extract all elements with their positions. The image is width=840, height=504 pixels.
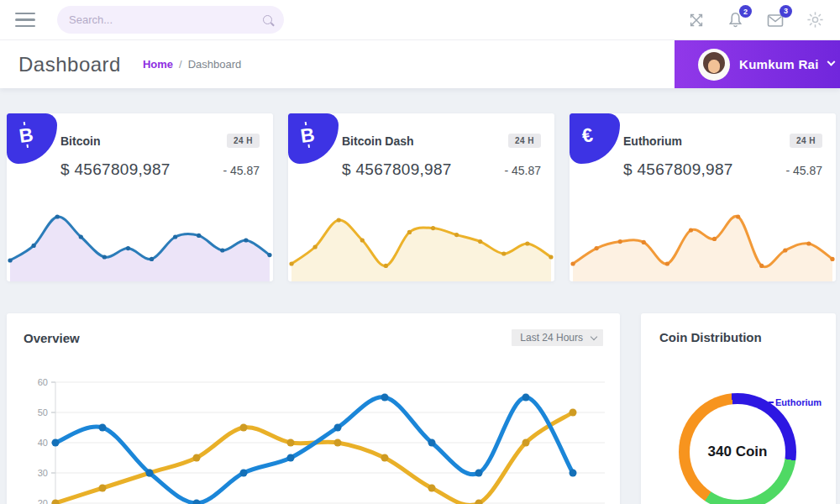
label-tick [769,402,774,403]
coin-name: Euthorium [623,134,682,148]
coin-price: $ 4567809,987 [60,160,171,179]
sparkline-chart [7,200,273,281]
topbar-actions: 2 3 [687,10,825,30]
page-header: Dashboard Home / Dashboard Kumkum Rai [0,40,840,88]
bottom-row: Overview Last 24 Hours 6050403020 Coin D… [7,313,836,504]
user-avatar [698,49,730,81]
search-icon[interactable] [263,15,272,24]
period-badge: 24 H [508,134,541,148]
hamburger-menu-icon[interactable] [15,13,35,28]
page-title: Dashboard [18,53,121,76]
coin-card-bitcoin: B Bitcoin 24 H $ 4567809,987 - 45.87 [7,113,273,281]
period-badge: 24 H [227,134,260,148]
fullscreen-expand-icon[interactable] [687,11,706,29]
svg-text:50: 50 [38,407,48,417]
coin-name: Bitcoin Dash [342,134,414,148]
coin-distribution-title: Coin Distribution [641,313,836,344]
notifications-count-badge: 2 [739,5,752,18]
coin-price: $ 4567809,987 [623,160,733,179]
time-range-select[interactable]: Last 24 Hours [512,329,603,346]
search-input[interactable] [69,13,263,26]
overview-line-chart: 6050403020 [7,376,620,504]
chevron-down-icon [591,333,597,340]
coin-price: $ 4567809,987 [342,160,452,179]
donut-segment-label: Euthorium [769,397,822,407]
chevron-down-icon [827,58,835,66]
overview-panel: Overview Last 24 Hours 6050403020 [7,313,620,504]
breadcrumb-current: Dashboard [188,58,242,71]
settings-gear-icon[interactable] [806,10,825,29]
svg-text:30: 30 [38,468,48,478]
messages-mail-icon[interactable]: 3 [765,10,785,30]
coin-change: - 45.87 [504,164,541,177]
search-bar[interactable] [57,6,284,34]
coin-change: - 45.87 [785,164,822,177]
user-name: Kumkum Rai [739,57,819,71]
time-range-value: Last 24 Hours [520,332,583,344]
svg-text:20: 20 [38,498,48,504]
coin-distribution-panel: Coin Distribution 340 Coin Euthorium [641,313,836,504]
notifications-bell-icon[interactable]: 2 [726,10,745,29]
topbar: 2 3 [0,0,840,40]
donut-center-label: 340 Coin [708,444,768,460]
period-badge: 24 H [790,134,822,148]
sparkline-chart [570,200,836,281]
breadcrumb-separator: / [179,58,182,71]
coin-card-euthorium: € Euthorium 24 H $ 4567809,987 - 45.87 [570,113,836,281]
breadcrumb-home-link[interactable]: Home [143,58,173,71]
messages-count-badge: 3 [780,5,792,18]
coin-cards-row: B Bitcoin 24 H $ 4567809,987 - 45.87 B B… [7,113,836,281]
svg-text:60: 60 [38,377,48,387]
coin-card-bitcoin-dash: B Bitcoin Dash 24 H $ 4567809,987 - 45.8… [288,113,554,281]
breadcrumb: Home / Dashboard [143,58,241,71]
svg-text:40: 40 [38,438,48,448]
sparkline-chart [288,200,554,281]
overview-title: Overview [24,331,80,345]
coin-change: - 45.87 [223,164,260,177]
coin-name: Bitcoin [60,134,100,148]
coin-distribution-donut-chart: 340 Coin [679,393,796,504]
user-menu[interactable]: Kumkum Rai [675,40,840,88]
